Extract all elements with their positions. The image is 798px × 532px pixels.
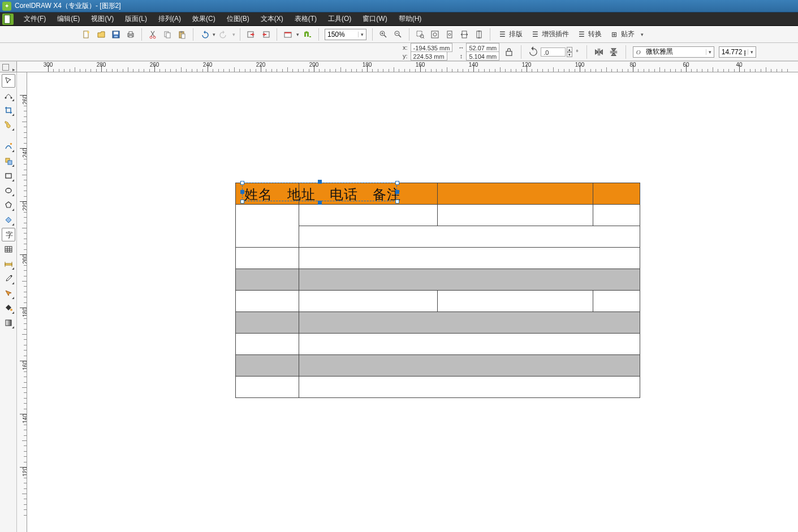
convert-button[interactable]: ☰转换 <box>573 28 606 41</box>
zoom-combo[interactable]: ▾ <box>325 29 366 40</box>
basic-shapes-tool[interactable] <box>2 213 15 227</box>
x-value[interactable]: -194.535 mm <box>411 43 453 52</box>
document-icon[interactable] <box>2 14 14 25</box>
font-size-combo[interactable]: ▾ <box>719 46 756 58</box>
menu-file[interactable]: 文件(F) <box>18 14 51 24</box>
font-dropdown-icon[interactable]: ▾ <box>706 49 714 55</box>
snap-icon: ⊞ <box>610 30 619 39</box>
table-object[interactable] <box>235 183 640 398</box>
undo-dropdown[interactable]: ▾ <box>213 32 215 37</box>
snap-dropdown[interactable]: ▾ <box>641 32 644 37</box>
outline-tool[interactable] <box>2 287 15 300</box>
height-value[interactable]: 5.104 mm <box>466 51 499 60</box>
font-size-input[interactable] <box>719 47 748 57</box>
table-row <box>236 377 640 398</box>
menu-edit[interactable]: 编辑(E) <box>51 14 85 24</box>
ruler-origin[interactable] <box>0 61 17 72</box>
font-size-dropdown-icon[interactable]: ▾ <box>748 49 756 55</box>
convert-icon: ☰ <box>577 30 586 39</box>
col-phone: 电话 <box>330 187 358 202</box>
canvas[interactable]: 姓名 地址 电话 备注 <box>27 72 798 532</box>
freehand-tool[interactable] <box>2 140 15 153</box>
rotate-down[interactable]: ▾ <box>567 52 572 57</box>
width-value[interactable]: 52.07 mm <box>466 43 499 52</box>
zoom-height-button[interactable] <box>473 28 485 41</box>
menu-text[interactable]: 文本(X) <box>255 14 289 24</box>
rectangle-tool[interactable] <box>2 169 15 183</box>
menu-bitmap[interactable]: 位图(B) <box>221 14 255 24</box>
ruler-vertical[interactable]: 260240220200180160140120 <box>17 72 27 532</box>
snap-button[interactable]: ⊞贴齐 <box>606 28 639 41</box>
ruler-horizontal[interactable]: 300280260240220200180160140120100806040 <box>17 61 798 72</box>
shape-tool[interactable] <box>2 89 15 102</box>
open-button[interactable] <box>95 28 107 41</box>
paste-button[interactable] <box>176 28 188 41</box>
redo-dropdown[interactable]: ▾ <box>232 32 235 37</box>
import-button[interactable] <box>245 28 257 41</box>
mirror-h-button[interactable] <box>593 46 605 58</box>
menu-effects[interactable]: 效果(C) <box>187 14 221 24</box>
arrange-label: 排版 <box>509 29 523 39</box>
print-button[interactable] <box>124 28 137 41</box>
col-name: 姓名 <box>244 187 273 202</box>
col-address: 地址 <box>287 187 316 202</box>
welcome-button[interactable] <box>301 28 314 41</box>
zoom-tool[interactable] <box>2 118 15 132</box>
degree-unit: ° <box>576 49 578 55</box>
ellipse-tool[interactable] <box>2 184 15 197</box>
svg-rect-33 <box>10 143 12 145</box>
svg-rect-40 <box>5 263 12 265</box>
y-value[interactable]: 224.53 mm <box>411 51 447 60</box>
menu-layout[interactable]: 版面(L) <box>119 14 153 24</box>
plugin-button[interactable]: ☰增强插件 <box>527 28 573 41</box>
rotate-icon <box>527 46 540 58</box>
text-tool[interactable]: 字 <box>2 228 15 241</box>
menu-arrange[interactable]: 排列(A) <box>153 14 187 24</box>
save-button[interactable] <box>110 28 122 41</box>
crop-tool[interactable] <box>2 103 15 117</box>
export-button[interactable] <box>260 28 272 41</box>
zoom-all-button[interactable] <box>429 28 441 41</box>
eyedropper-tool[interactable] <box>2 272 15 286</box>
zoom-out-button[interactable] <box>392 28 404 41</box>
svg-rect-43 <box>6 320 11 326</box>
interactive-fill-tool[interactable] <box>2 316 15 330</box>
zoom-in-button[interactable] <box>377 28 390 41</box>
table-row <box>236 312 640 334</box>
font-combo[interactable]: O ▾ <box>633 46 714 58</box>
font-input[interactable] <box>644 47 706 57</box>
mirror-v-button[interactable] <box>607 46 620 58</box>
svg-rect-7 <box>129 32 132 34</box>
smart-fill-tool[interactable] <box>2 154 15 168</box>
copy-button[interactable] <box>161 28 174 41</box>
rotate-up[interactable]: ▴ <box>567 47 572 52</box>
svg-text:字: 字 <box>6 231 13 239</box>
menu-tools[interactable]: 工具(O) <box>322 14 357 24</box>
zoom-input[interactable] <box>325 29 358 40</box>
polygon-tool[interactable] <box>2 198 15 212</box>
menu-table[interactable]: 表格(T) <box>289 14 322 24</box>
zoom-page-button[interactable] <box>443 28 456 41</box>
table-header-text[interactable]: 姓名 地址 电话 备注 <box>244 185 411 204</box>
table-tool[interactable] <box>2 243 15 256</box>
menu-help[interactable]: 帮助(H) <box>393 14 428 24</box>
redo-button[interactable] <box>218 28 230 41</box>
lock-ratio-button[interactable] <box>503 46 515 58</box>
menu-view[interactable]: 视图(V) <box>85 14 119 24</box>
zoom-width-button[interactable] <box>458 28 471 41</box>
app-dropdown[interactable]: ▾ <box>296 32 299 37</box>
zoom-selection-button[interactable] <box>414 28 426 41</box>
zoom-dropdown-icon[interactable]: ▾ <box>358 32 366 37</box>
svg-rect-14 <box>180 31 183 33</box>
undo-button[interactable] <box>198 28 210 41</box>
rotate-value[interactable]: .0 <box>541 47 566 57</box>
cut-button[interactable] <box>146 28 159 41</box>
app-launcher-button[interactable] <box>282 28 294 41</box>
pick-tool[interactable] <box>2 74 15 88</box>
svg-rect-24 <box>432 31 438 38</box>
menu-window[interactable]: 窗口(W) <box>357 14 392 24</box>
arrange-button[interactable]: ☰排版 <box>494 28 527 41</box>
fill-tool[interactable] <box>2 301 15 315</box>
new-button[interactable] <box>80 28 93 41</box>
dimension-tool[interactable] <box>2 257 15 271</box>
